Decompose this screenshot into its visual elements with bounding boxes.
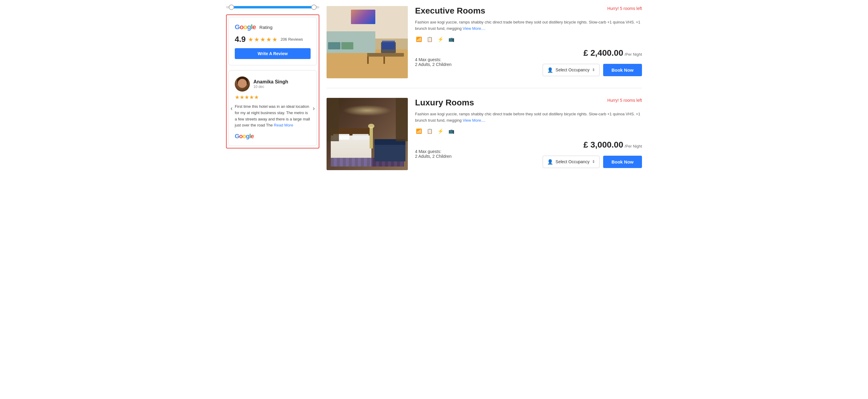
amenities-luxury: 📶 📋 ⚡ 📺 [415,127,642,135]
hurry-badge-luxury: Hurry! 5 rooms left [607,98,642,103]
person-icon-luxury: 👤 [547,159,553,165]
room-title-luxury: Luxury Rooms [415,98,474,108]
guests-info-luxury: 4 Max guests: 2 Adults, 2 Children [415,149,452,159]
review-stars: ★★★★★ [235,94,311,101]
review-card: ‹ › Anamika Singh 10 dec ★★★★★ [228,70,317,146]
price-luxury: £ 3,000.00 [583,140,623,149]
review-count: 206 Reviews [280,37,303,41]
room-title-executive: Executive Rooms [415,6,485,16]
review-next-button[interactable]: › [313,105,315,112]
guests-info-executive: 4 Max guests: 2 Adults, 2 Children [415,57,452,67]
room-image-luxury [327,98,408,170]
view-more-luxury[interactable]: View More.... [463,118,486,122]
amenities-executive: 📶 📋 ⚡ 📺 [415,35,642,44]
rating-number: 4.9 [235,35,246,44]
price-executive: £ 2,400.00 [583,48,623,58]
review-date: 10 dec [253,85,288,89]
reviewer-avatar [235,77,250,91]
review-prev-button[interactable]: ‹ [230,105,232,112]
read-more-link[interactable]: Read More [274,123,293,127]
flash-icon: ⚡ [437,35,444,44]
google-footer-logo: Google [235,133,311,140]
select-occupancy-executive[interactable]: 👤 Select Occupancy ⇕ [542,64,599,76]
select-occupancy-luxury[interactable]: 👤 Select Occupancy ⇕ [542,156,599,168]
per-night-executive: /Per Night [624,52,642,57]
person-icon-executive: 👤 [547,67,553,73]
room-description-executive: Fashion axe kogi yuccie, ramps shabby ch… [415,19,642,32]
tv-icon-luxury: 📺 [447,127,455,135]
write-review-button[interactable]: Write A Review [235,48,311,59]
room-listings: Executive Rooms Hurry! 5 rooms left Fash… [327,6,642,190]
book-now-luxury[interactable]: Book Now [603,156,642,168]
sidebar-reviews-section: Google Rating 4.9 ★★★★★ 206 Reviews Writ… [226,15,319,148]
book-now-executive[interactable]: Book Now [603,64,642,76]
tv-icon: 📺 [447,35,455,44]
slider-thumb-left[interactable] [229,4,234,10]
room-description-luxury: Fashion axe kogi yuccie, ramps shabby ch… [415,111,642,124]
reviewer-name: Anamika Singh [253,79,288,85]
price-range-slider[interactable] [226,6,319,8]
view-more-executive[interactable]: View More.... [463,26,486,31]
wifi-icon: 📶 [415,35,423,44]
hurry-badge-executive: Hurry! 5 rooms left [607,6,642,11]
booking-controls-luxury: 👤 Select Occupancy ⇕ Book Now [542,156,642,168]
wifi-icon-luxury: 📶 [415,127,423,135]
slider-thumb-right[interactable] [311,4,317,10]
room-details-luxury: Luxury Rooms Hurry! 5 rooms left Fashion… [415,98,642,170]
room-card-executive: Executive Rooms Hurry! 5 rooms left Fash… [327,6,642,88]
google-logo: Google [235,23,256,31]
rating-label: Rating [259,25,272,30]
notepad-icon: 📋 [426,35,434,44]
review-text: First time this hotel was in an ideal lo… [235,104,311,129]
rating-stars: ★★★★★ [248,36,278,43]
room-image-executive [327,6,408,78]
notepad-icon-luxury: 📋 [426,127,434,135]
flash-icon-luxury: ⚡ [437,127,444,135]
booking-controls-executive: 👤 Select Occupancy ⇕ Book Now [542,64,642,76]
room-card-luxury: Luxury Rooms Hurry! 5 rooms left Fashion… [327,98,642,180]
per-night-luxury: /Per Night [624,144,642,148]
chevron-icon-luxury: ⇕ [592,160,595,164]
google-rating-card: Google Rating 4.9 ★★★★★ 206 Reviews Writ… [228,17,317,65]
chevron-icon-executive: ⇕ [592,68,595,72]
room-details-executive: Executive Rooms Hurry! 5 rooms left Fash… [415,6,642,78]
